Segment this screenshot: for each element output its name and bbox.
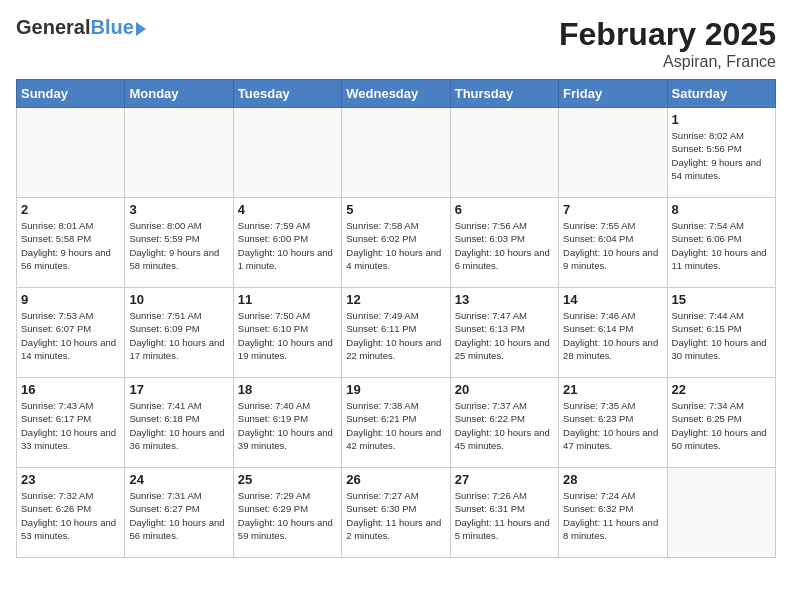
day-info: Sunrise: 7:37 AM Sunset: 6:22 PM Dayligh… xyxy=(455,399,554,452)
calendar-cell-4-4: 19Sunrise: 7:38 AM Sunset: 6:21 PM Dayli… xyxy=(342,378,450,468)
day-info: Sunrise: 7:29 AM Sunset: 6:29 PM Dayligh… xyxy=(238,489,337,542)
day-number: 16 xyxy=(21,382,120,397)
day-number: 9 xyxy=(21,292,120,307)
day-info: Sunrise: 7:58 AM Sunset: 6:02 PM Dayligh… xyxy=(346,219,445,272)
week-row-4: 16Sunrise: 7:43 AM Sunset: 6:17 PM Dayli… xyxy=(17,378,776,468)
weekday-header-saturday: Saturday xyxy=(667,80,775,108)
weekday-header-wednesday: Wednesday xyxy=(342,80,450,108)
logo-arrow-icon xyxy=(136,22,146,36)
day-number: 25 xyxy=(238,472,337,487)
day-number: 8 xyxy=(672,202,771,217)
calendar-cell-5-1: 23Sunrise: 7:32 AM Sunset: 6:26 PM Dayli… xyxy=(17,468,125,558)
week-row-3: 9Sunrise: 7:53 AM Sunset: 6:07 PM Daylig… xyxy=(17,288,776,378)
day-number: 4 xyxy=(238,202,337,217)
day-number: 10 xyxy=(129,292,228,307)
calendar-cell-1-2 xyxy=(125,108,233,198)
week-row-2: 2Sunrise: 8:01 AM Sunset: 5:58 PM Daylig… xyxy=(17,198,776,288)
calendar-cell-1-5 xyxy=(450,108,558,198)
calendar-cell-4-1: 16Sunrise: 7:43 AM Sunset: 6:17 PM Dayli… xyxy=(17,378,125,468)
day-info: Sunrise: 7:24 AM Sunset: 6:32 PM Dayligh… xyxy=(563,489,662,542)
calendar-cell-2-5: 6Sunrise: 7:56 AM Sunset: 6:03 PM Daylig… xyxy=(450,198,558,288)
calendar-cell-2-7: 8Sunrise: 7:54 AM Sunset: 6:06 PM Daylig… xyxy=(667,198,775,288)
day-info: Sunrise: 8:02 AM Sunset: 5:56 PM Dayligh… xyxy=(672,129,771,182)
calendar-cell-4-5: 20Sunrise: 7:37 AM Sunset: 6:22 PM Dayli… xyxy=(450,378,558,468)
day-info: Sunrise: 7:35 AM Sunset: 6:23 PM Dayligh… xyxy=(563,399,662,452)
calendar-cell-3-2: 10Sunrise: 7:51 AM Sunset: 6:09 PM Dayli… xyxy=(125,288,233,378)
calendar-cell-4-2: 17Sunrise: 7:41 AM Sunset: 6:18 PM Dayli… xyxy=(125,378,233,468)
day-info: Sunrise: 7:32 AM Sunset: 6:26 PM Dayligh… xyxy=(21,489,120,542)
calendar-cell-3-3: 11Sunrise: 7:50 AM Sunset: 6:10 PM Dayli… xyxy=(233,288,341,378)
day-number: 21 xyxy=(563,382,662,397)
calendar-cell-3-7: 15Sunrise: 7:44 AM Sunset: 6:15 PM Dayli… xyxy=(667,288,775,378)
calendar-cell-5-6: 28Sunrise: 7:24 AM Sunset: 6:32 PM Dayli… xyxy=(559,468,667,558)
day-info: Sunrise: 7:43 AM Sunset: 6:17 PM Dayligh… xyxy=(21,399,120,452)
logo-general-text: General xyxy=(16,16,90,39)
day-number: 12 xyxy=(346,292,445,307)
day-number: 22 xyxy=(672,382,771,397)
day-number: 19 xyxy=(346,382,445,397)
day-info: Sunrise: 7:59 AM Sunset: 6:00 PM Dayligh… xyxy=(238,219,337,272)
week-row-1: 1Sunrise: 8:02 AM Sunset: 5:56 PM Daylig… xyxy=(17,108,776,198)
weekday-header-friday: Friday xyxy=(559,80,667,108)
calendar-cell-2-1: 2Sunrise: 8:01 AM Sunset: 5:58 PM Daylig… xyxy=(17,198,125,288)
day-number: 28 xyxy=(563,472,662,487)
weekday-header-tuesday: Tuesday xyxy=(233,80,341,108)
day-info: Sunrise: 7:46 AM Sunset: 6:14 PM Dayligh… xyxy=(563,309,662,362)
day-info: Sunrise: 7:38 AM Sunset: 6:21 PM Dayligh… xyxy=(346,399,445,452)
calendar-cell-3-5: 13Sunrise: 7:47 AM Sunset: 6:13 PM Dayli… xyxy=(450,288,558,378)
day-info: Sunrise: 7:50 AM Sunset: 6:10 PM Dayligh… xyxy=(238,309,337,362)
day-info: Sunrise: 7:41 AM Sunset: 6:18 PM Dayligh… xyxy=(129,399,228,452)
day-number: 20 xyxy=(455,382,554,397)
day-number: 5 xyxy=(346,202,445,217)
week-row-5: 23Sunrise: 7:32 AM Sunset: 6:26 PM Dayli… xyxy=(17,468,776,558)
calendar-cell-4-3: 18Sunrise: 7:40 AM Sunset: 6:19 PM Dayli… xyxy=(233,378,341,468)
main-title: February 2025 xyxy=(559,16,776,53)
calendar-cell-2-2: 3Sunrise: 8:00 AM Sunset: 5:59 PM Daylig… xyxy=(125,198,233,288)
day-number: 7 xyxy=(563,202,662,217)
calendar-cell-5-3: 25Sunrise: 7:29 AM Sunset: 6:29 PM Dayli… xyxy=(233,468,341,558)
calendar-cell-5-4: 26Sunrise: 7:27 AM Sunset: 6:30 PM Dayli… xyxy=(342,468,450,558)
calendar-cell-2-4: 5Sunrise: 7:58 AM Sunset: 6:02 PM Daylig… xyxy=(342,198,450,288)
calendar-cell-5-7 xyxy=(667,468,775,558)
day-info: Sunrise: 7:26 AM Sunset: 6:31 PM Dayligh… xyxy=(455,489,554,542)
calendar-cell-1-4 xyxy=(342,108,450,198)
calendar-cell-1-6 xyxy=(559,108,667,198)
calendar-cell-4-7: 22Sunrise: 7:34 AM Sunset: 6:25 PM Dayli… xyxy=(667,378,775,468)
calendar-cell-1-3 xyxy=(233,108,341,198)
day-info: Sunrise: 7:51 AM Sunset: 6:09 PM Dayligh… xyxy=(129,309,228,362)
subtitle: Aspiran, France xyxy=(559,53,776,71)
day-info: Sunrise: 8:00 AM Sunset: 5:59 PM Dayligh… xyxy=(129,219,228,272)
day-info: Sunrise: 7:40 AM Sunset: 6:19 PM Dayligh… xyxy=(238,399,337,452)
weekday-header-thursday: Thursday xyxy=(450,80,558,108)
calendar-table: SundayMondayTuesdayWednesdayThursdayFrid… xyxy=(16,79,776,558)
day-info: Sunrise: 7:53 AM Sunset: 6:07 PM Dayligh… xyxy=(21,309,120,362)
day-number: 3 xyxy=(129,202,228,217)
day-info: Sunrise: 8:01 AM Sunset: 5:58 PM Dayligh… xyxy=(21,219,120,272)
calendar-cell-4-6: 21Sunrise: 7:35 AM Sunset: 6:23 PM Dayli… xyxy=(559,378,667,468)
day-number: 23 xyxy=(21,472,120,487)
day-info: Sunrise: 7:47 AM Sunset: 6:13 PM Dayligh… xyxy=(455,309,554,362)
day-number: 18 xyxy=(238,382,337,397)
day-number: 13 xyxy=(455,292,554,307)
logo-blue-text: Blue xyxy=(90,16,133,39)
calendar-cell-2-6: 7Sunrise: 7:55 AM Sunset: 6:04 PM Daylig… xyxy=(559,198,667,288)
calendar-cell-2-3: 4Sunrise: 7:59 AM Sunset: 6:00 PM Daylig… xyxy=(233,198,341,288)
weekday-header-sunday: Sunday xyxy=(17,80,125,108)
day-info: Sunrise: 7:44 AM Sunset: 6:15 PM Dayligh… xyxy=(672,309,771,362)
day-number: 6 xyxy=(455,202,554,217)
day-info: Sunrise: 7:34 AM Sunset: 6:25 PM Dayligh… xyxy=(672,399,771,452)
day-info: Sunrise: 7:31 AM Sunset: 6:27 PM Dayligh… xyxy=(129,489,228,542)
day-info: Sunrise: 7:56 AM Sunset: 6:03 PM Dayligh… xyxy=(455,219,554,272)
title-block: February 2025 Aspiran, France xyxy=(559,16,776,71)
day-info: Sunrise: 7:49 AM Sunset: 6:11 PM Dayligh… xyxy=(346,309,445,362)
day-info: Sunrise: 7:54 AM Sunset: 6:06 PM Dayligh… xyxy=(672,219,771,272)
weekday-header-monday: Monday xyxy=(125,80,233,108)
calendar-cell-3-6: 14Sunrise: 7:46 AM Sunset: 6:14 PM Dayli… xyxy=(559,288,667,378)
calendar-cell-5-2: 24Sunrise: 7:31 AM Sunset: 6:27 PM Dayli… xyxy=(125,468,233,558)
day-number: 24 xyxy=(129,472,228,487)
calendar-cell-3-4: 12Sunrise: 7:49 AM Sunset: 6:11 PM Dayli… xyxy=(342,288,450,378)
calendar-cell-1-7: 1Sunrise: 8:02 AM Sunset: 5:56 PM Daylig… xyxy=(667,108,775,198)
calendar-cell-1-1 xyxy=(17,108,125,198)
day-number: 14 xyxy=(563,292,662,307)
page-header: General Blue February 2025 Aspiran, Fran… xyxy=(16,16,776,71)
